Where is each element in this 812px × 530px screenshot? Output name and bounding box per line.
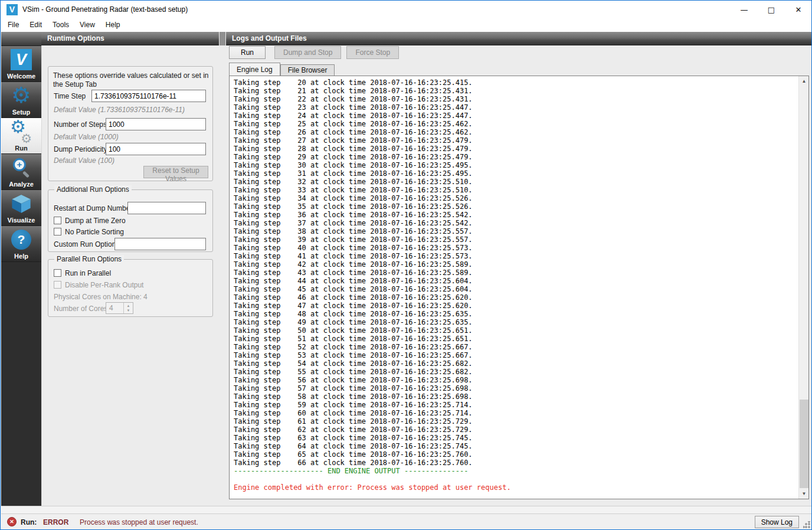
resize-grip[interactable] (803, 521, 810, 528)
stepper-arrows-icon: ▲▼ (123, 303, 133, 313)
log-line: Taking step 61 at clock time 2018-07-16-… (234, 417, 798, 426)
disable-per-rank-output-checkbox (54, 281, 61, 289)
log-line: Taking step 26 at clock time 2018-07-16-… (234, 128, 798, 136)
scrollbar-up-icon[interactable]: ▲ (799, 76, 809, 86)
number-of-steps-default: Default Value (1000) (54, 133, 119, 141)
log-line: Taking step 66 at clock time 2018-07-16-… (234, 459, 798, 467)
minimize-button-icon[interactable]: — (731, 1, 758, 19)
scrollbar-thumb[interactable] (800, 400, 808, 488)
log-line: Taking step 30 at clock time 2018-07-16-… (234, 161, 798, 169)
override-note: These options override values calculated… (53, 71, 209, 89)
time-step-input[interactable] (91, 90, 206, 102)
log-line: Taking step 24 at clock time 2018-07-16-… (234, 112, 798, 120)
log-line: Taking step 20 at clock time 2018-07-16-… (234, 78, 798, 87)
log-line: Taking step 29 at clock time 2018-07-16-… (234, 153, 798, 161)
sidebar-item-welcome[interactable]: VWelcome (1, 46, 41, 82)
number-of-steps-input[interactable] (106, 118, 206, 130)
force-stop-button[interactable]: Force Stop (346, 46, 399, 59)
logs-panel: Logs and Output Files RunDump and StopFo… (226, 32, 812, 506)
sidebar-item-analyze[interactable]: +Analyze (1, 154, 41, 190)
log-line: Taking step 47 at clock time 2018-07-16-… (234, 302, 798, 310)
log-scrollbar[interactable]: ▲ ▼ (798, 76, 808, 499)
menu-view[interactable]: View (74, 19, 100, 31)
main-area: VWelcome⚙Setup⚙⚙Run+AnalyzeVisualize?Hel… (1, 32, 812, 506)
number-of-steps-label: Number of Steps (54, 120, 107, 129)
dump-periodicity-default: Default Value (100) (54, 156, 114, 165)
sidebar-items: VWelcome⚙Setup⚙⚙Run+AnalyzeVisualize?Hel… (1, 46, 41, 262)
run-in-parallel-checkbox[interactable] (54, 269, 61, 277)
dump-at-time-zero-checkbox[interactable] (54, 217, 61, 224)
log-line: Taking step 54 at clock time 2018-07-16-… (234, 359, 798, 368)
additional-run-options-legend: Additional Run Options (54, 185, 132, 194)
log-line: Taking step 62 at clock time 2018-07-16-… (234, 426, 798, 434)
log-line: Taking step 60 at clock time 2018-07-16-… (234, 409, 798, 417)
menu-tools[interactable]: Tools (47, 19, 74, 31)
close-button-icon[interactable]: ✕ (785, 1, 812, 19)
log-line: Taking step 57 at clock time 2018-07-16-… (234, 384, 798, 392)
engine-log-content: Taking step 20 at clock time 2018-07-16-… (230, 76, 798, 499)
run-in-parallel-label: Run in Parallel (65, 269, 111, 277)
menu-bar: FileEditToolsViewHelp (1, 19, 812, 32)
log-line: Taking step 42 at clock time 2018-07-16-… (234, 260, 798, 269)
sidebar-item-run[interactable]: ⚙⚙Run (1, 118, 41, 154)
window-title: VSim - Ground Penetrating Radar (text-ba… (22, 5, 188, 14)
error-status-icon: ✕ (7, 517, 17, 526)
log-line: Taking step 35 at clock time 2018-07-16-… (234, 202, 798, 211)
sidebar-item-label: Welcome (1, 73, 41, 80)
run-button[interactable]: Run (229, 46, 266, 59)
splitter-handle[interactable] (220, 32, 225, 45)
sidebar-item-visualize[interactable]: Visualize (1, 190, 41, 226)
status-message: Process was stopped at user request. (80, 518, 198, 526)
dump-periodicity-label: Dump Periodicity (54, 145, 107, 153)
menu-edit[interactable]: Edit (24, 19, 47, 31)
show-log-button[interactable]: Show Log (755, 516, 799, 528)
dump-at-time-zero-label: Dump at Time Zero (65, 217, 126, 225)
dump-and-stop-button[interactable]: Dump and Stop (274, 46, 341, 59)
tab-engine-log[interactable]: Engine Log (229, 63, 280, 76)
log-line: Taking step 37 at clock time 2018-07-16-… (234, 219, 798, 227)
sidebar-item-label: Analyze (1, 181, 41, 188)
time-step-default: Default Value (1.7336109375110176e-11) (54, 106, 185, 114)
cube-icon (1, 192, 41, 215)
log-line: Taking step 43 at clock time 2018-07-16-… (234, 269, 798, 277)
sidebar-item-label: Visualize (1, 217, 41, 224)
log-line: Taking step 48 at clock time 2018-07-16-… (234, 310, 798, 318)
status-error-badge: ERROR (43, 518, 68, 526)
panel-splitter[interactable] (219, 32, 226, 506)
dump-periodicity-input[interactable] (106, 143, 206, 155)
log-error-line: Engine completed with error: Process was… (234, 483, 798, 492)
vsim-app-icon: V (6, 4, 18, 15)
restart-at-dump-number-label: Restart at Dump Number (54, 204, 132, 212)
menu-help[interactable]: Help (100, 19, 126, 31)
sidebar-item-label: Setup (1, 109, 41, 116)
sidebar-item-label: Run (1, 145, 41, 152)
log-line: Taking step 56 at clock time 2018-07-16-… (234, 376, 798, 384)
log-line: Taking step 49 at clock time 2018-07-16-… (234, 318, 798, 326)
magnifier-plus-icon: + (1, 156, 41, 179)
gear-icon: ⚙ (1, 84, 41, 107)
log-line: Taking step 36 at clock time 2018-07-16-… (234, 211, 798, 219)
reset-to-setup-values-button[interactable]: Reset to Setup Values (143, 166, 208, 178)
no-particle-sorting-checkbox[interactable] (54, 228, 61, 235)
tab-file-browser[interactable]: File Browser (280, 64, 335, 76)
sidebar: VWelcome⚙Setup⚙⚙Run+AnalyzeVisualize?Hel… (1, 32, 41, 506)
log-line: Taking step 28 at clock time 2018-07-16-… (234, 145, 798, 153)
log-line: Taking step 55 at clock time 2018-07-16-… (234, 368, 798, 376)
log-line: Taking step 50 at clock time 2018-07-16-… (234, 326, 798, 335)
log-line: Taking step 32 at clock time 2018-07-16-… (234, 178, 798, 186)
sidebar-item-setup[interactable]: ⚙Setup (1, 82, 41, 118)
no-particle-sorting-label: No Particle Sorting (65, 228, 124, 236)
logs-toolbar: RunDump and StopForce Stop (229, 46, 404, 59)
log-line: Taking step 33 at clock time 2018-07-16-… (234, 186, 798, 194)
custom-run-options-input[interactable] (114, 238, 206, 250)
restart-at-dump-number-input[interactable] (127, 202, 206, 214)
menu-file[interactable]: File (2, 19, 24, 31)
scrollbar-down-icon[interactable]: ▼ (799, 489, 809, 499)
log-line: Taking step 34 at clock time 2018-07-16-… (234, 194, 798, 202)
status-run-label: Run: (21, 518, 37, 526)
maximize-button-icon[interactable]: □ (758, 1, 785, 19)
log-end-engine-output-line: --------------------- END ENGINE OUTPUT … (234, 467, 798, 475)
sidebar-item-help[interactable]: ?Help (1, 226, 41, 262)
bottom-splitter[interactable] (1, 506, 812, 514)
engine-log-area: Taking step 20 at clock time 2018-07-16-… (229, 76, 809, 499)
